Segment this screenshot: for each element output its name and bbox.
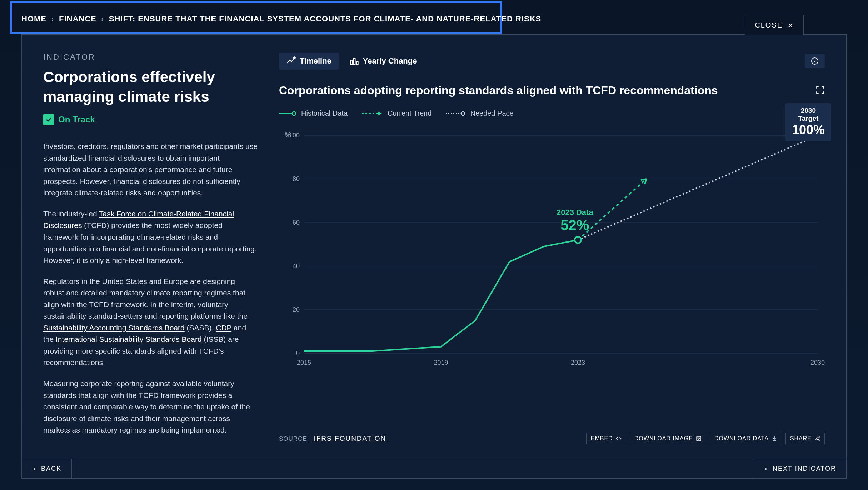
download-data-button[interactable]: DOWNLOAD DATA: [710, 433, 782, 444]
breadcrumb-shift: SHIFT: ENSURE THAT THE FINANCIAL SYSTEM …: [109, 14, 541, 24]
svg-text:60: 60: [293, 219, 300, 226]
current-data-badge: 2023 Data 52%: [557, 208, 593, 233]
svg-point-6: [292, 112, 296, 115]
breadcrumb-home[interactable]: HOME: [21, 14, 46, 24]
chevron-right-icon: ›: [51, 15, 54, 23]
svg-text:80: 80: [293, 175, 300, 182]
indicator-label: INDICATOR: [43, 52, 258, 62]
left-panel: INDICATOR Corporations effectively manag…: [43, 52, 258, 459]
chart-footer: SOURCE: IFRS FOUNDATION EMBED DOWNLOAD I…: [279, 426, 825, 459]
close-icon: [787, 22, 794, 29]
tab-yearly[interactable]: Yearly Change: [342, 52, 424, 70]
right-panel: Timeline Yearly Change Corporations adop…: [279, 52, 825, 459]
image-icon: [696, 436, 702, 441]
view-tabs: Timeline Yearly Change: [279, 52, 825, 70]
chevron-right-icon: [763, 466, 768, 471]
legend-needed: Needed Pace: [446, 109, 513, 118]
svg-point-27: [575, 237, 581, 243]
target-badge: 2030 Target 100%: [785, 103, 831, 141]
body-p2: The industry-led Task Force on Climate-R…: [43, 208, 258, 266]
download-icon: [772, 436, 777, 441]
chart-title: Corporations adopting reporting standard…: [279, 84, 718, 97]
next-indicator-button[interactable]: NEXT INDICATOR: [753, 459, 846, 478]
status-text: On Track: [58, 115, 95, 125]
svg-text:2023: 2023: [571, 359, 585, 366]
source-link[interactable]: IFRS FOUNDATION: [314, 435, 386, 442]
current-data-label: 2023 Data: [557, 208, 593, 217]
svg-text:2015: 2015: [297, 359, 311, 366]
current-data-value: 52%: [557, 217, 593, 233]
legend-trend: Current Trend: [362, 109, 431, 118]
yearly-change-icon: [349, 56, 359, 66]
body-p1: Investors, creditors, regulators and oth…: [43, 141, 258, 199]
svg-point-32: [815, 438, 817, 439]
svg-text:2019: 2019: [434, 359, 448, 366]
fullscreen-icon: [815, 85, 825, 95]
link-cdp[interactable]: CDP: [216, 324, 231, 332]
svg-rect-1: [350, 60, 352, 65]
indicator-modal: INDICATOR Corporations effectively manag…: [21, 34, 847, 479]
chart-area: 020406080100%2015201920232030 2030 Targe…: [279, 128, 825, 426]
body-p4: Measuring corporate reporting against av…: [43, 378, 258, 436]
status-row: On Track: [43, 114, 258, 125]
legend-historical: Historical Data: [279, 109, 348, 118]
svg-point-31: [818, 436, 819, 438]
body-p3: Regulators in the United States and Euro…: [43, 276, 258, 369]
tab-yearly-label: Yearly Change: [363, 56, 417, 66]
svg-text:%: %: [285, 131, 291, 139]
link-sasb[interactable]: Sustainability Accounting Standards Boar…: [43, 324, 185, 332]
modal-footer: BACK NEXT INDICATOR: [22, 459, 846, 478]
svg-text:20: 20: [293, 306, 300, 313]
chevron-right-icon: ›: [101, 15, 104, 23]
close-button[interactable]: CLOSE: [745, 15, 804, 35]
tab-timeline[interactable]: Timeline: [279, 52, 339, 70]
source-label: SOURCE:: [279, 435, 309, 442]
download-image-button[interactable]: DOWNLOAD IMAGE: [630, 433, 706, 444]
target-value: 100%: [792, 122, 825, 138]
info-button[interactable]: [805, 54, 825, 68]
svg-point-30: [698, 438, 699, 439]
svg-point-9: [461, 112, 465, 115]
breadcrumb-finance[interactable]: FINANCE: [59, 14, 96, 24]
svg-point-33: [818, 440, 819, 441]
svg-point-0: [294, 57, 295, 59]
svg-rect-3: [356, 61, 358, 64]
timeline-icon: [286, 56, 296, 66]
breadcrumb: HOME › FINANCE › SHIFT: ENSURE THAT THE …: [21, 14, 541, 24]
embed-button[interactable]: EMBED: [586, 433, 626, 444]
info-icon: [811, 57, 819, 65]
chart-svg: 020406080100%2015201920232030: [279, 128, 825, 371]
svg-text:40: 40: [293, 262, 300, 270]
link-issb[interactable]: International Sustainability Standards B…: [56, 335, 202, 343]
status-check-icon: [43, 114, 54, 125]
svg-rect-2: [354, 59, 355, 64]
share-button[interactable]: SHARE: [785, 433, 825, 444]
fullscreen-button[interactable]: [815, 85, 825, 96]
indicator-title: Corporations effectively managing climat…: [43, 68, 258, 106]
back-button[interactable]: BACK: [22, 459, 72, 478]
chart-legend: Historical Data Current Trend Needed Pac…: [279, 109, 825, 118]
tab-timeline-label: Timeline: [300, 56, 331, 66]
code-icon: [616, 436, 622, 441]
share-icon: [814, 436, 820, 441]
svg-text:2030: 2030: [810, 359, 825, 366]
chevron-left-icon: [32, 466, 37, 471]
svg-text:0: 0: [296, 350, 300, 357]
target-label: 2030 Target: [792, 107, 825, 122]
body-text: Investors, creditors, regulators and oth…: [43, 141, 258, 436]
action-buttons: EMBED DOWNLOAD IMAGE DOWNLOAD DATA SHARE: [586, 433, 825, 444]
close-label: CLOSE: [755, 21, 783, 29]
